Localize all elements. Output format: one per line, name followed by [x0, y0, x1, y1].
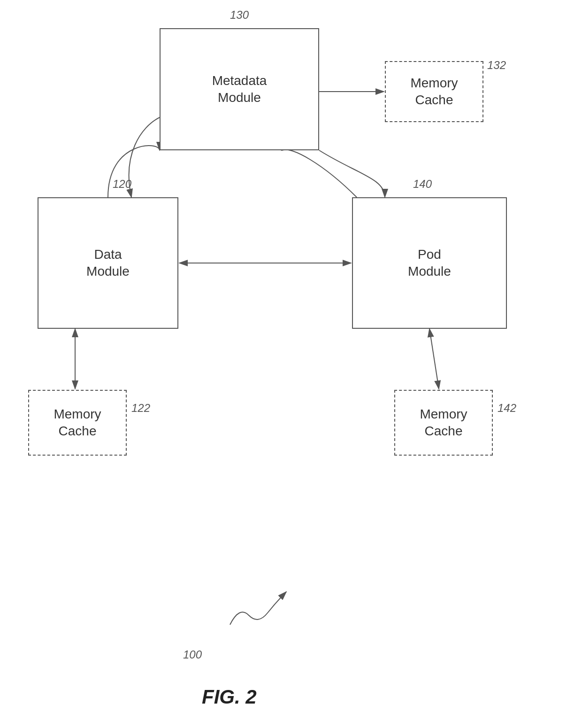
arrow-pod-to-metadata	[282, 149, 357, 197]
arrow-metadata-down-to-data	[129, 117, 160, 197]
ref-100: 100	[183, 648, 202, 661]
memcache-metadata-box: MemoryCache	[385, 61, 483, 122]
metadata-module-box: MetadataModule	[160, 28, 319, 150]
ref-142: 142	[498, 402, 516, 415]
ref-130: 130	[230, 8, 249, 22]
ref-140: 140	[413, 178, 432, 191]
pod-module-box: PodModule	[352, 197, 507, 329]
memcache-metadata-label: MemoryCache	[410, 75, 458, 109]
ref-120: 120	[113, 178, 131, 191]
ref-122: 122	[131, 402, 150, 415]
metadata-module-label: MetadataModule	[212, 72, 267, 107]
squiggle-arrow-100	[230, 592, 286, 625]
memcache-pod-label: MemoryCache	[420, 406, 467, 440]
fig-label: FIG. 2	[202, 686, 257, 708]
data-module-label: DataModule	[86, 246, 130, 280]
diagram-container: MetadataModule MemoryCache DataModule Po…	[0, 0, 582, 728]
pod-module-label: PodModule	[408, 246, 451, 280]
memcache-data-label: MemoryCache	[54, 406, 101, 440]
arrow-pod-to-memcache-pod	[429, 329, 439, 389]
arrow-metadata-to-pod	[319, 150, 385, 197]
ref-132: 132	[487, 59, 506, 72]
data-module-box: DataModule	[38, 197, 178, 329]
memcache-data-box: MemoryCache	[28, 390, 127, 456]
memcache-pod-box: MemoryCache	[394, 390, 493, 456]
